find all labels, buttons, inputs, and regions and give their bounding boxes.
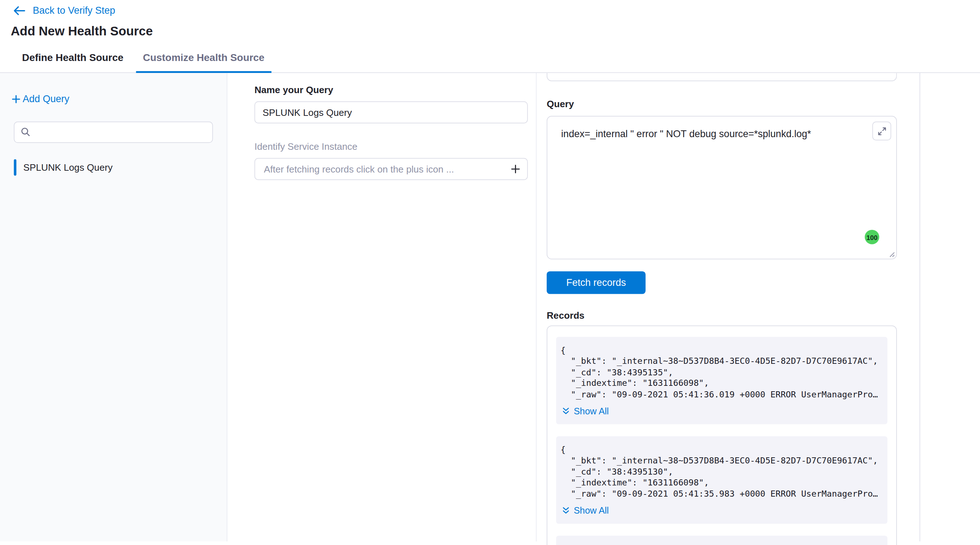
arrow-left-icon — [13, 6, 25, 16]
content-area: Add Query SPLUNK Logs Query Name your Qu… — [0, 73, 980, 542]
add-query-button[interactable]: Add Query — [11, 93, 69, 104]
show-all-label: Show All — [574, 506, 609, 516]
tab-define-health-source[interactable]: Define Health Source — [21, 44, 125, 73]
plus-icon — [11, 94, 21, 103]
show-all-link[interactable]: Show All — [563, 406, 609, 416]
json-line: "_indextime": "1631166098", — [560, 478, 881, 488]
search-icon — [21, 127, 30, 137]
double-chevron-down-icon — [563, 407, 570, 415]
show-all-label: Show All — [574, 406, 609, 416]
record-card: { "_bkt": "_internal~38~D537D8B4-3EC0-4D… — [556, 436, 887, 524]
query-textarea[interactable]: index=_internal " error " NOT debug sour… — [547, 117, 896, 259]
json-line: "_indextime": "1631166098", — [560, 378, 881, 389]
right-gutter — [920, 73, 980, 542]
json-line: "_raw": "09-09-2021 05:41:35.983 +0000 E… — [560, 488, 881, 499]
json-line: "_cd": "38:4395135", — [560, 367, 881, 378]
page-header: Back to Verify Step Add New Health Sourc… — [0, 0, 980, 44]
record-card: { "_bkt": "_internal~38~D537D8B4-3EC0-4D… — [556, 337, 887, 424]
query-sidebar: Add Query SPLUNK Logs Query — [0, 73, 228, 542]
expand-icon — [877, 126, 886, 136]
search-input[interactable] — [35, 126, 206, 138]
add-service-instance-button[interactable] — [510, 164, 521, 174]
record-card-partial — [556, 535, 887, 545]
back-link[interactable]: Back to Verify Step — [11, 3, 118, 17]
back-link-label: Back to Verify Step — [33, 5, 115, 16]
add-health-source-page: Back to Verify Step Add New Health Sourc… — [0, 0, 980, 545]
name-query-label: Name your Query — [255, 84, 536, 95]
query-item-label: SPLUNK Logs Query — [24, 162, 113, 173]
json-line: "_bkt": "_internal~38~D537D8B4-3EC0-4D5E… — [560, 356, 881, 367]
query-panel: Query index=_internal " error " NOT debu… — [536, 73, 920, 542]
add-query-label: Add Query — [23, 93, 69, 104]
json-line: { — [560, 444, 881, 455]
page-title: Add New Health Source — [11, 24, 980, 38]
query-search[interactable] — [14, 121, 213, 143]
query-form-panel: Name your Query Identify Service Instanc… — [228, 73, 536, 542]
resize-handle[interactable] — [888, 250, 895, 257]
records-container: { "_bkt": "_internal~38~D537D8B4-3EC0-4D… — [547, 326, 897, 545]
sidebar-item-splunk-logs-query[interactable]: SPLUNK Logs Query — [0, 159, 227, 175]
show-all-link[interactable]: Show All — [563, 506, 609, 516]
json-line: "_raw": "09-09-2021 05:41:36.019 +0000 E… — [560, 389, 881, 400]
records-label: Records — [547, 310, 920, 321]
service-instance-label: Identify Service Instance — [255, 141, 536, 152]
fetch-records-button[interactable]: Fetch records — [547, 272, 646, 294]
selected-indicator — [14, 159, 16, 175]
tab-bar: Define Health Source Customize Health So… — [0, 44, 980, 73]
query-editor: index=_internal " error " NOT debug sour… — [547, 116, 897, 259]
plus-icon — [510, 164, 521, 174]
expand-query-button[interactable] — [872, 122, 891, 140]
tab-customize-health-source[interactable]: Customize Health Source — [136, 44, 272, 73]
query-label: Query — [547, 98, 920, 109]
double-chevron-down-icon — [563, 507, 570, 514]
char-count-badge: 100 — [865, 230, 879, 244]
json-line: "_bkt": "_internal~38~D537D8B4-3EC0-4D5E… — [560, 456, 881, 466]
service-instance-field[interactable] — [255, 158, 528, 180]
service-instance-input[interactable] — [262, 163, 510, 175]
json-line: { — [560, 345, 881, 356]
query-name-input[interactable] — [255, 102, 528, 124]
cutoff-input[interactable] — [547, 73, 897, 81]
json-line: "_cd": "38:4395130", — [560, 466, 881, 477]
